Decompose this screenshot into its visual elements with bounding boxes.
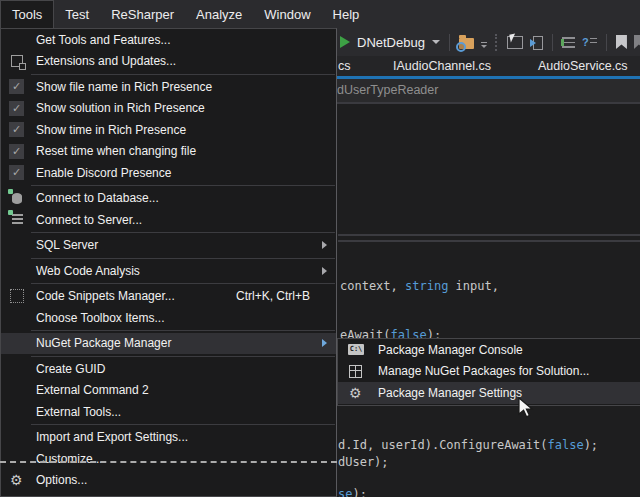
visual-studio-window: ToolsTestReSharperAnalyzeWindowHelp DNet… bbox=[0, 0, 640, 497]
toolbar-separator bbox=[449, 34, 450, 51]
menu-item-label: Reset time when changing file bbox=[36, 144, 196, 158]
navigate-pointer-icon[interactable] bbox=[507, 36, 523, 49]
menu-item-sql-server[interactable]: SQL Server bbox=[1, 235, 336, 257]
checkmark-icon: ✓ bbox=[9, 144, 24, 159]
menu-item-options[interactable]: ⚙Options... bbox=[1, 470, 336, 492]
checkmark-icon: ✓ bbox=[9, 122, 24, 137]
menu-item-label: Connect to Database... bbox=[36, 191, 159, 205]
menu-item-extensions-and-updates[interactable]: Extensions and Updates... bbox=[1, 51, 336, 73]
toolbar-separator bbox=[552, 34, 553, 51]
bookmark-icon[interactable] bbox=[616, 35, 627, 49]
paste-lines-icon[interactable] bbox=[530, 36, 543, 49]
menu-item-show-solution-in-rich-presence[interactable]: ✓Show solution in Rich Presence bbox=[1, 98, 336, 120]
menu-icon-gutter bbox=[9, 214, 36, 225]
toolbar-overflow-icon[interactable] bbox=[481, 45, 487, 48]
extensions-icon bbox=[11, 55, 23, 67]
code-line: d.Id, userId).ConfigureAwait(false); bbox=[338, 438, 598, 452]
menu-item-connect-to-server[interactable]: Connect to Server... bbox=[1, 209, 336, 231]
menubar-item-window[interactable]: Window bbox=[253, 0, 321, 28]
menu-icon-gutter bbox=[9, 55, 36, 67]
indent-icon[interactable] bbox=[562, 37, 575, 48]
tab-audioservice[interactable]: AudioService.cs bbox=[538, 56, 628, 76]
menu-icon-gutter bbox=[9, 289, 36, 303]
menu-item-reset-time-when-changing-file[interactable]: ✓Reset time when changing file bbox=[1, 141, 336, 163]
tab-partial[interactable]: cs bbox=[338, 56, 351, 76]
code-token: input, bbox=[448, 279, 499, 293]
menubar-item-help[interactable]: Help bbox=[322, 0, 371, 28]
nuget-package-icon bbox=[349, 365, 362, 378]
menu-item-label: Get Tools and Features... bbox=[36, 33, 171, 47]
menu-item-web-code-analysis[interactable]: Web Code Analysis bbox=[1, 260, 336, 282]
menu-item-label: Choose Toolbox Items... bbox=[36, 311, 165, 325]
submenu-item-package-manager-settings[interactable]: ⚙Package Manager Settings bbox=[338, 382, 640, 404]
menu-icon-gutter: ✓ bbox=[9, 144, 36, 159]
start-debug-icon[interactable] bbox=[340, 36, 350, 48]
menu-item-enable-discord-presence[interactable]: ✓Enable Discord Presence bbox=[1, 162, 336, 184]
code-token: false bbox=[548, 438, 584, 452]
menu-separator bbox=[31, 283, 335, 284]
menu-icon-gutter: ✓ bbox=[9, 165, 36, 180]
menu-icon-gutter: ✓ bbox=[9, 79, 36, 94]
code-line: dUser); bbox=[338, 455, 389, 469]
tools-menu: Get Tools and Features...Extensions and … bbox=[0, 28, 337, 497]
code-token: context, bbox=[340, 279, 405, 293]
menu-item-external-tools[interactable]: External Tools... bbox=[1, 401, 336, 423]
menu-item-external-command-2[interactable]: External Command 2 bbox=[1, 380, 336, 402]
breadcrumb[interactable]: dUserTypeReader bbox=[337, 79, 438, 102]
menu-item-code-snippets-manager[interactable]: Code Snippets Manager...Ctrl+K, Ctrl+B bbox=[1, 286, 336, 308]
run-config-dropdown-icon[interactable] bbox=[432, 40, 440, 44]
menu-item-label: SQL Server bbox=[36, 238, 98, 252]
menu-icon-gutter: ✓ bbox=[9, 122, 36, 137]
menu-item-nuget-package-manager[interactable]: NuGet Package Manager bbox=[1, 333, 336, 355]
menu-item-create-guid[interactable]: Create GUID bbox=[1, 358, 336, 380]
menu-item-label: External Command 2 bbox=[36, 383, 149, 397]
nuget-submenu: C:\Package Manager ConsoleManage NuGet P… bbox=[337, 338, 640, 406]
toolbar-separator bbox=[606, 34, 607, 51]
submenu-item-manage-nuget-packages-for-solution[interactable]: Manage NuGet Packages for Solution... bbox=[338, 361, 640, 383]
menu-item-import-and-export-settings[interactable]: Import and Export Settings... bbox=[1, 427, 336, 449]
menu-item-label: External Tools... bbox=[36, 405, 121, 419]
menu-item-show-file-name-in-rich-presence[interactable]: ✓Show file name in Rich Presence bbox=[1, 76, 336, 98]
menu-separator bbox=[31, 185, 335, 186]
bookmark-next-icon[interactable] bbox=[634, 35, 640, 49]
menubar-item-test[interactable]: Test bbox=[54, 0, 100, 28]
find-in-files-icon[interactable] bbox=[459, 38, 474, 49]
code-line: context, string input, bbox=[340, 279, 499, 293]
toolbar-grip[interactable] bbox=[495, 34, 499, 51]
comment-help-icon[interactable]: ? bbox=[582, 36, 597, 48]
tab-iaudiochannel[interactable]: IAudioChannel.cs bbox=[393, 56, 491, 76]
menubar-item-analyze[interactable]: Analyze bbox=[185, 0, 253, 28]
menu-item-get-tools-and-features[interactable]: Get Tools and Features... bbox=[1, 29, 336, 51]
menubar-item-tools[interactable]: Tools bbox=[0, 0, 54, 28]
database-connect-icon bbox=[12, 193, 22, 204]
menu-separator bbox=[31, 424, 335, 425]
submenu-icon-gutter: ⚙ bbox=[344, 386, 378, 400]
code-token: d.Id, userId).ConfigureAwait( bbox=[338, 438, 548, 452]
server-connect-icon bbox=[12, 214, 23, 225]
run-config-label[interactable]: DNetDebug bbox=[357, 35, 425, 50]
menu-item-label: Import and Export Settings... bbox=[36, 430, 188, 444]
menu-separator bbox=[31, 258, 335, 259]
menu-icon-gutter bbox=[9, 193, 36, 204]
menu-item-connect-to-database[interactable]: Connect to Database... bbox=[1, 188, 336, 210]
menu-item-shortcut: Ctrl+K, Ctrl+B bbox=[236, 289, 336, 303]
selection-marquee bbox=[0, 461, 337, 463]
menu-separator bbox=[31, 74, 335, 75]
code-token: dUser); bbox=[338, 455, 389, 469]
menu-item-label: Create GUID bbox=[36, 362, 105, 376]
code-line: se); bbox=[338, 487, 367, 497]
menu-item-show-time-in-rich-presence[interactable]: ✓Show time in Rich Presence bbox=[1, 119, 336, 141]
menu-icon-gutter: ⚙ bbox=[9, 473, 36, 487]
submenu-arrow-icon bbox=[322, 267, 327, 275]
code-token: ); bbox=[352, 487, 366, 497]
menu-bar: ToolsTestReSharperAnalyzeWindowHelp bbox=[0, 0, 640, 28]
code-token: string bbox=[405, 279, 448, 293]
submenu-item-package-manager-console[interactable]: C:\Package Manager Console bbox=[338, 339, 640, 361]
menu-item-customize[interactable]: Customize... bbox=[1, 448, 336, 470]
menu-separator bbox=[31, 356, 335, 357]
menu-item-label: Show file name in Rich Presence bbox=[36, 80, 212, 94]
menu-item-label: NuGet Package Manager bbox=[36, 336, 171, 350]
code-token: ); bbox=[584, 438, 598, 452]
menu-item-choose-toolbox-items[interactable]: Choose Toolbox Items... bbox=[1, 307, 336, 329]
menubar-item-resharper[interactable]: ReSharper bbox=[100, 0, 185, 28]
